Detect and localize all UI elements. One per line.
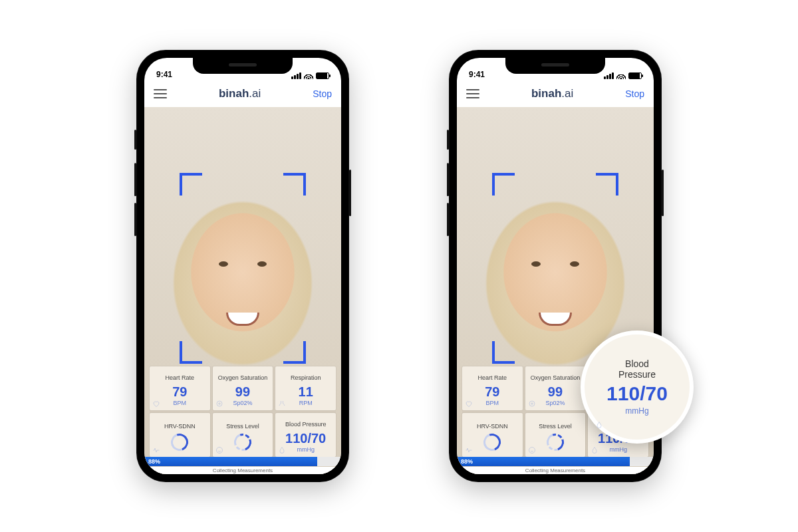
progress-fill: 88% [144, 457, 317, 466]
stop-button[interactable]: Stop [313, 88, 332, 99]
bp-zoom-value: 110/70 [606, 382, 668, 405]
tile-heart-rate[interactable]: Heart Rate 79 BPM [150, 366, 210, 410]
face-bracket-br [283, 341, 306, 364]
battery-icon [628, 72, 642, 79]
wifi-icon [304, 72, 313, 79]
svg-point-1 [216, 448, 222, 454]
app-title: binah.ai [219, 87, 261, 100]
drop-icon [278, 446, 286, 454]
tile-hrv[interactable]: HRV-SDNN [150, 413, 210, 457]
wifi-icon [616, 72, 626, 79]
smile-icon [215, 446, 223, 454]
battery-icon [316, 72, 329, 79]
stop-button[interactable]: Stop [625, 88, 644, 99]
heart-icon [152, 400, 160, 408]
signal-icon [291, 72, 301, 79]
heart-icon [465, 400, 473, 408]
progress-status: Collecting Measurements [457, 467, 654, 474]
loading-spinner [168, 431, 192, 454]
loading-spinner [544, 431, 567, 454]
progress-bar: 88% [144, 457, 341, 466]
face-bracket-bl [492, 341, 515, 364]
oxygen-icon [215, 400, 223, 408]
phone-mockup-left: 9:41 binah.ai Stop [136, 50, 349, 482]
tile-stress[interactable]: Stress Level [525, 413, 586, 457]
tile-oxygen[interactable]: Oxygen Saturation 99 Sp02% [525, 366, 586, 410]
device-notch [193, 58, 293, 74]
smile-icon [528, 446, 536, 454]
app-bar: binah.ai Stop [457, 80, 654, 107]
oxygen-icon [528, 400, 536, 408]
face-bracket-bl [180, 341, 202, 364]
face-bracket-tl [180, 173, 202, 196]
status-time: 9:41 [156, 70, 172, 79]
menu-icon[interactable] [154, 89, 167, 98]
hrv-icon [152, 446, 160, 454]
progress-bar: 88% [457, 457, 654, 466]
loading-spinner [481, 431, 504, 454]
menu-icon[interactable] [466, 89, 479, 98]
metrics-grid: Heart Rate 79 BPM Oxygen Saturation 99 S… [150, 366, 336, 457]
progress-status: Collecting Measurements [144, 467, 341, 474]
tile-heart-rate[interactable]: Heart Rate 79 BPM [462, 366, 523, 410]
drop-icon [591, 446, 598, 454]
face-bracket-tr [283, 173, 306, 196]
loading-spinner [231, 431, 255, 454]
svg-point-3 [529, 448, 535, 454]
drop-icon [595, 421, 603, 429]
app-title: binah.ai [531, 87, 573, 100]
face-bracket-tl [492, 173, 515, 196]
face-bracket-tr [596, 173, 618, 196]
magnifier-blood-pressure: BloodPressure 110/70 mmHg [581, 331, 694, 444]
bp-zoom-label: BloodPressure [618, 358, 656, 380]
progress-fill: 88% [457, 457, 630, 466]
status-time: 9:41 [469, 70, 485, 79]
phone-mockup-right: 9:41 binah.ai Stop [449, 50, 662, 482]
hrv-icon [465, 446, 473, 454]
tile-respiration[interactable]: Respiration 11 RPM [275, 366, 336, 410]
lungs-icon [278, 400, 286, 408]
bp-zoom-unit: mmHg [625, 406, 648, 416]
camera-preview: Heart Rate 79 BPM Oxygen Saturation 99 S… [144, 107, 341, 474]
device-notch [505, 58, 605, 74]
tile-oxygen[interactable]: Oxygen Saturation 99 Sp02% [213, 366, 273, 410]
tile-blood-pressure[interactable]: Blood Pressure 110/70 mmHg [275, 413, 336, 457]
signal-icon [604, 72, 614, 79]
tile-hrv[interactable]: HRV-SDNN [462, 413, 523, 457]
app-bar: binah.ai Stop [144, 80, 341, 107]
tile-stress[interactable]: Stress Level [213, 413, 273, 457]
